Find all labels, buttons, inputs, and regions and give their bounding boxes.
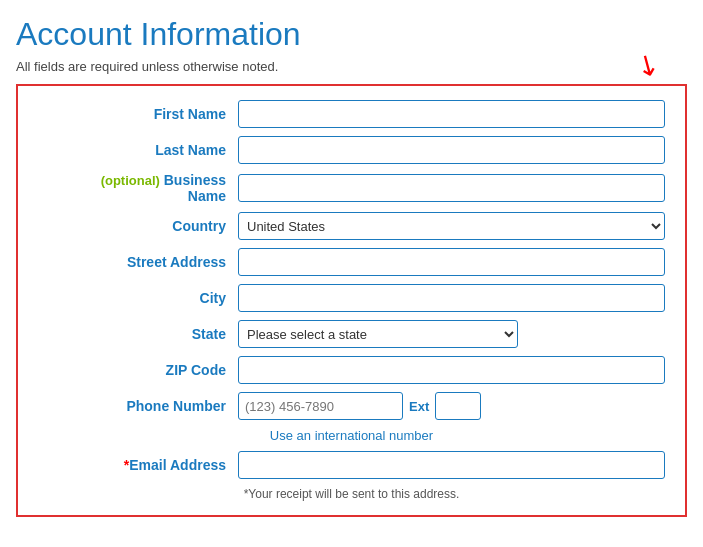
page-title: Account Information <box>16 16 687 53</box>
street-address-input[interactable] <box>238 248 665 276</box>
first-name-row: First Name <box>38 100 665 128</box>
account-form-box: First Name Last Name (optional) Business… <box>16 84 687 517</box>
country-row: Country United States <box>38 212 665 240</box>
email-input[interactable] <box>238 451 665 479</box>
last-name-label: Last Name <box>38 142 238 158</box>
zip-code-row: ZIP Code <box>38 356 665 384</box>
email-row: *Email Address <box>38 451 665 479</box>
city-row: City <box>38 284 665 312</box>
intl-link-row: Use an international number <box>38 428 665 443</box>
country-label: Country <box>38 218 238 234</box>
state-row: State Please select a state <box>38 320 665 348</box>
state-label: State <box>38 326 238 342</box>
phone-number-label: Phone Number <box>38 398 238 414</box>
business-name-label: (optional) BusinessName <box>38 172 238 204</box>
phone-input[interactable] <box>238 392 403 420</box>
phone-number-row: Phone Number Ext <box>38 392 665 420</box>
city-input[interactable] <box>238 284 665 312</box>
first-name-input[interactable] <box>238 100 665 128</box>
last-name-row: Last Name <box>38 136 665 164</box>
business-name-input[interactable] <box>238 174 665 202</box>
optional-label: (optional) <box>101 173 160 188</box>
email-asterisk: * <box>124 457 129 473</box>
last-name-input[interactable] <box>238 136 665 164</box>
ext-input[interactable] <box>435 392 481 420</box>
street-address-label: Street Address <box>38 254 238 270</box>
form-subtitle: All fields are required unless otherwise… <box>16 59 687 74</box>
arrow-container: ↘ First Name Last Name (optional) Busine… <box>16 84 687 517</box>
street-address-row: Street Address <box>38 248 665 276</box>
email-label: *Email Address <box>38 457 238 473</box>
business-name-row: (optional) BusinessName <box>38 172 665 204</box>
zip-code-label: ZIP Code <box>38 362 238 378</box>
phone-fields: Ext <box>238 392 481 420</box>
state-select[interactable]: Please select a state <box>238 320 518 348</box>
first-name-label: First Name <box>38 106 238 122</box>
ext-label: Ext <box>409 399 429 414</box>
country-select[interactable]: United States <box>238 212 665 240</box>
city-label: City <box>38 290 238 306</box>
receipt-note: *Your receipt will be sent to this addre… <box>38 487 665 501</box>
zip-code-input[interactable] <box>238 356 665 384</box>
intl-number-link[interactable]: Use an international number <box>270 428 433 443</box>
